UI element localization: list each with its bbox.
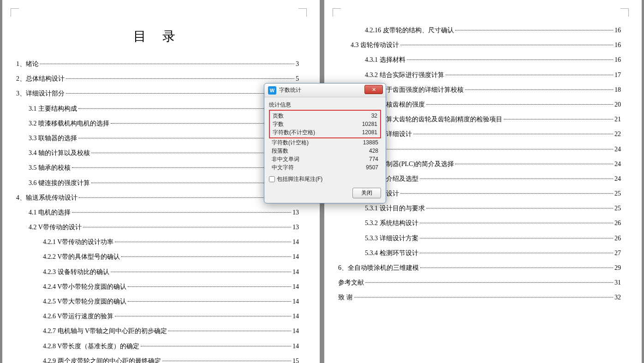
toc-entry: 4.2.8 V带长度（基准长度）的确定14 [16, 339, 299, 354]
stat-row: 中文字符9507 [269, 163, 381, 172]
toc-entry-page: 24 [614, 172, 621, 186]
toc-leader-dots [128, 301, 291, 302]
toc-leader-dots [72, 167, 292, 168]
toc-entry: 5.3.1 设计目的与要求25 [338, 201, 621, 216]
toc-leader-dots [413, 134, 613, 134]
toc-entry: 4.2.9 两个皮带轮之间的中心距的最终确定15 [16, 354, 299, 363]
stat-row: 字符数(计空格)13885 [269, 138, 381, 147]
toc-entry-title: 参考文献 [338, 275, 364, 290]
toc-entry-page: 25 [614, 186, 621, 201]
toc-entry: 3.6 键连接的强度计算11 [16, 176, 299, 190]
dialog-titlebar[interactable]: W 字数统计 ✕ [264, 83, 386, 97]
toc-entry: 3.2 喷漆移载机构电机的选择6 [16, 116, 299, 131]
toc-entry-title: 致 谢 [338, 290, 353, 305]
toc-leader-dots [420, 179, 613, 179]
toc-entry-title: 4.1 电机的选择 [29, 205, 71, 220]
toc-leader-dots [40, 64, 294, 64]
toc-leader-dots [455, 164, 613, 164]
toc-entry-page: 13 [292, 205, 299, 220]
toc-entry-page: 14 [292, 280, 299, 294]
toc-entry-page: 14 [292, 294, 299, 309]
dialog-body: 统计信息 页数32字数10281字符数(不计空格)12081 字符数(计空格)1… [264, 97, 386, 203]
toc-entry-page: 16 [614, 38, 621, 53]
toc-entry-page: 16 [614, 23, 621, 38]
toc-leader-dots [385, 149, 613, 149]
stat-label: 非中文单词 [272, 155, 299, 163]
toc-entry: 4.2 V带传动的设计13 [16, 220, 299, 235]
toc-leader-dots [420, 238, 614, 238]
toc-entry-page: 26 [614, 231, 621, 246]
stat-value: 10281 [362, 120, 377, 128]
toc-entry: 6、全自动喷涂机的三维建模29 [338, 261, 621, 275]
toc-entry-page: 22 [614, 127, 621, 142]
toc-entry-page: 14 [292, 309, 299, 324]
toc-entry-title: 5.3.2 系统结构设计 [365, 216, 418, 231]
toc-entry-title: 5.3.4 检测环节设计 [365, 246, 418, 261]
toc-entry-title: 3、详细设计部分 [16, 86, 65, 101]
close-icon[interactable]: ✕ [364, 85, 383, 94]
toc-entry-title: 4、输送系统传动设计 [16, 190, 78, 205]
toc-leader-dots [115, 316, 291, 316]
toc-entry: 3.5 轴承的校核11 [16, 161, 299, 175]
stat-value: 428 [369, 147, 378, 155]
toc-leader-dots [72, 212, 291, 213]
toc-entry-page: 3 [296, 57, 299, 71]
toc-leader-dots [365, 282, 613, 283]
toc-leader-dots [168, 331, 291, 331]
toc-entry: 5.3.3 详细设计方案26 [338, 231, 621, 246]
toc-leader-dots [128, 286, 291, 287]
toc-leader-dots [455, 30, 614, 30]
close-button[interactable]: 关闭 [352, 188, 381, 198]
toc-entry-title: 4.3.1 选择材料 [365, 53, 405, 67]
toc-leader-dots [504, 119, 614, 119]
stat-value: 9507 [366, 163, 378, 172]
toc-entry-title: 4.2.9 两个皮带轮之间的中心距的最终确定 [43, 354, 161, 363]
toc-entry-title: 4.2.8 V带长度（基准长度）的确定 [43, 339, 139, 354]
toc-entry-page: 16 [614, 53, 621, 67]
toc-entry: 4.3.1 选择材料16 [338, 53, 621, 67]
toc-entry-page: 24 [614, 142, 621, 157]
toc-entry-page: 14 [292, 339, 299, 354]
toc-entry: 4.2.6 V带运行速度的验算14 [16, 309, 299, 324]
toc-entry: 4.2.5 V带大带轮分度圆的确认14 [16, 294, 299, 309]
toc-entry: 4.2.3 设备转动比的确认14 [16, 265, 299, 280]
toc-entry-title: 3.6 键连接的强度计算 [29, 176, 90, 190]
toc-leader-dots [400, 193, 613, 194]
stat-value: 12081 [362, 128, 377, 137]
toc-leader-dots [66, 93, 294, 94]
toc-entry-page: 25 [614, 201, 621, 216]
stat-row: 字符数(不计空格)12081 [273, 128, 377, 137]
crop-corner [298, 8, 307, 17]
stat-value: 774 [369, 155, 378, 163]
toc-leader-dots [400, 45, 613, 45]
toc-leader-dots [66, 78, 294, 79]
include-footnotes-input[interactable] [269, 176, 275, 182]
dialog-title: 字数统计 [279, 86, 301, 94]
crop-corner [11, 8, 19, 17]
toc-leader-dots [420, 223, 614, 223]
toc-entry-title: 4.2.6 V带运行速度的验算 [43, 309, 113, 324]
toc-entry-page: 15 [292, 354, 299, 363]
toc-entry-title: 3.2 喷漆移载机构电机的选择 [29, 116, 109, 131]
toc-leader-dots [446, 75, 614, 75]
toc-entry: 3.3 联轴器的选择10 [16, 131, 299, 146]
toc-entry-page: 14 [292, 324, 299, 339]
toc-entry: 5.3.2 系统结构设计26 [338, 216, 621, 231]
toc-entry: 4.2.16 皮带轮的结构、尺寸确认16 [338, 23, 621, 38]
stat-label: 字符数(不计空格) [273, 128, 315, 137]
toc-entry-title: 4.3.2 结合实际进行强度计算 [365, 68, 444, 83]
toc-entry-title: 4.2.3 设备转动比的确认 [43, 265, 109, 280]
stat-label: 页数 [273, 112, 284, 120]
toc-leader-dots [354, 297, 614, 298]
app-icon: W [268, 86, 276, 95]
toc-entry-page: 29 [614, 261, 621, 275]
toc-entry-title: 4.2.2 V带的具体型号的确认 [43, 250, 120, 264]
include-footnotes-checkbox[interactable]: 包括脚注和尾注(F) [269, 175, 381, 183]
toc-entry-title: 4.2.1 V带传动的设计功率 [43, 235, 113, 250]
toc-leader-dots [121, 256, 291, 257]
toc-entry-title: 2、总体结构设计 [16, 71, 65, 86]
toc-leader-dots [407, 60, 614, 60]
toc-entry: 2、总体结构设计5 [16, 71, 299, 86]
toc-entry-page: 18 [614, 83, 621, 97]
stat-row: 字数10281 [273, 120, 377, 128]
